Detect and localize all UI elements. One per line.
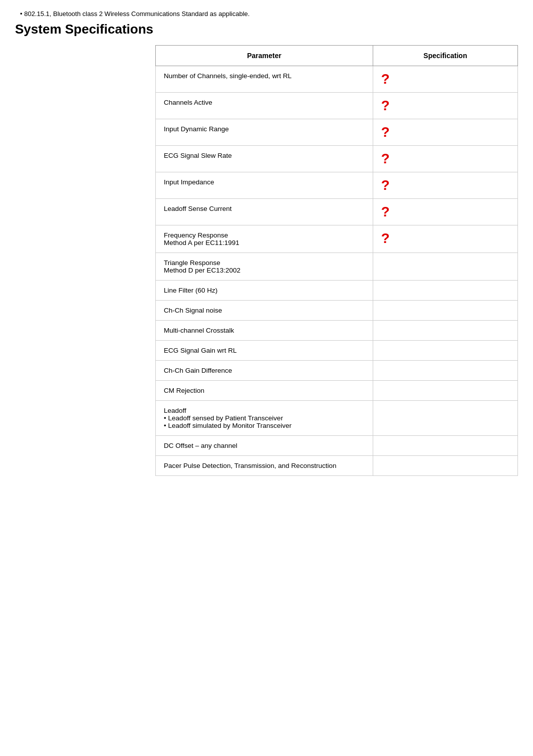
parameter-cell: Leadoff Sense Current <box>156 199 373 225</box>
specification-cell: ? <box>373 146 517 172</box>
table-row: Multi-channel Crosstalk <box>156 321 518 341</box>
question-mark-icon: ? <box>381 177 390 193</box>
col-parameter-header: Parameter <box>156 46 373 66</box>
specification-cell: ? <box>373 66 517 93</box>
table-row: Leadoff• Leadoff sensed by Patient Trans… <box>156 401 518 436</box>
col-specification-header: Specification <box>373 46 517 66</box>
table-row: Channels Active? <box>156 93 518 119</box>
table-header-row: Parameter Specification <box>156 46 518 66</box>
parameter-cell: Line Filter (60 Hz) <box>156 281 373 301</box>
specification-cell <box>373 281 517 301</box>
table-row: ECG Signal Gain wrt RL <box>156 341 518 361</box>
specification-cell <box>373 456 517 476</box>
parameter-cell: Leadoff• Leadoff sensed by Patient Trans… <box>156 401 373 436</box>
question-mark-icon: ? <box>381 204 390 219</box>
table-row: DC Offset – any channel <box>156 436 518 456</box>
parameter-cell: ECG Signal Gain wrt RL <box>156 341 373 361</box>
intro-bullet: 802.15.1, Bluetooth class 2 Wireless Com… <box>15 10 518 18</box>
question-mark-icon: ? <box>381 151 390 166</box>
specification-cell <box>373 341 517 361</box>
parameter-cell: Multi-channel Crosstalk <box>156 321 373 341</box>
table-row: Triangle ResponseMethod D per EC13:2002 <box>156 253 518 281</box>
table-row: Input Dynamic Range? <box>156 119 518 146</box>
specification-cell: ? <box>373 93 517 119</box>
specification-cell <box>373 381 517 401</box>
question-mark-icon: ? <box>381 230 390 246</box>
parameter-cell: Frequency ResponseMethod A per EC11:1991 <box>156 225 373 253</box>
table-row: Ch-Ch Gain Difference <box>156 361 518 381</box>
question-mark-icon: ? <box>381 124 390 140</box>
specification-cell <box>373 436 517 456</box>
parameter-cell: Triangle ResponseMethod D per EC13:2002 <box>156 253 373 281</box>
specification-cell <box>373 401 517 436</box>
specification-cell <box>373 361 517 381</box>
parameter-cell: Number of Channels, single-ended, wrt RL <box>156 66 373 93</box>
parameter-cell: CM Rejection <box>156 381 373 401</box>
parameter-cell: Pacer Pulse Detection, Transmission, and… <box>156 456 373 476</box>
table-row: Frequency ResponseMethod A per EC11:1991… <box>156 225 518 253</box>
specification-cell: ? <box>373 172 517 199</box>
table-row: Number of Channels, single-ended, wrt RL… <box>156 66 518 93</box>
specs-table: Parameter Specification Number of Channe… <box>155 45 518 476</box>
table-row: CM Rejection <box>156 381 518 401</box>
specification-cell: ? <box>373 225 517 253</box>
specification-cell <box>373 253 517 281</box>
question-mark-icon: ? <box>381 98 390 113</box>
specification-cell <box>373 301 517 321</box>
parameter-cell: Channels Active <box>156 93 373 119</box>
specs-table-wrapper: Parameter Specification Number of Channe… <box>155 45 518 476</box>
table-row: Leadoff Sense Current? <box>156 199 518 225</box>
parameter-cell: Input Impedance <box>156 172 373 199</box>
table-row: Input Impedance? <box>156 172 518 199</box>
specification-cell: ? <box>373 199 517 225</box>
parameter-cell: Ch-Ch Signal noise <box>156 301 373 321</box>
specification-cell: ? <box>373 119 517 146</box>
table-row: Ch-Ch Signal noise <box>156 301 518 321</box>
page-title: System Specifications <box>15 22 518 37</box>
parameter-cell: Input Dynamic Range <box>156 119 373 146</box>
table-row: ECG Signal Slew Rate? <box>156 146 518 172</box>
parameter-cell: ECG Signal Slew Rate <box>156 146 373 172</box>
parameter-cell: Ch-Ch Gain Difference <box>156 361 373 381</box>
table-row: Line Filter (60 Hz) <box>156 281 518 301</box>
parameter-cell: DC Offset – any channel <box>156 436 373 456</box>
question-mark-icon: ? <box>381 71 390 87</box>
specification-cell <box>373 321 517 341</box>
table-row: Pacer Pulse Detection, Transmission, and… <box>156 456 518 476</box>
